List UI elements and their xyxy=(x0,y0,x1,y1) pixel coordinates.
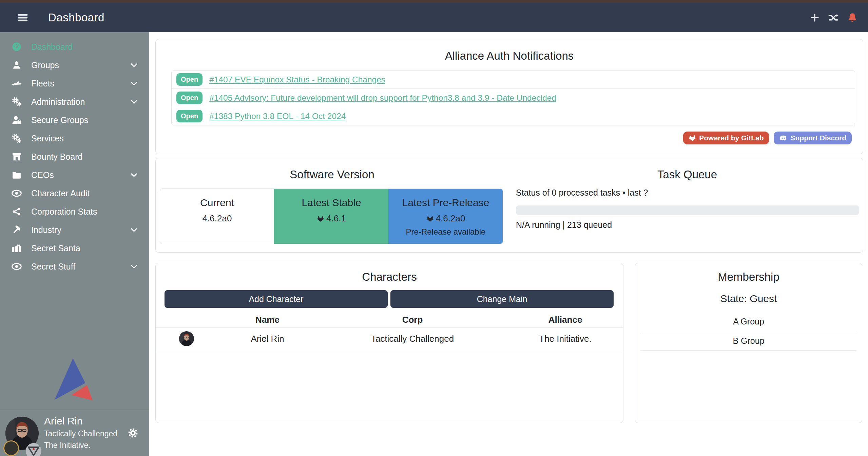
sidebar-item-industry[interactable]: Industry xyxy=(0,221,149,239)
notification-row: Open #1405 Advisory: Future development … xyxy=(171,88,855,107)
gitlab-fox-icon xyxy=(689,134,696,142)
sidebar-item-services[interactable]: Services xyxy=(0,129,149,147)
sidebar-item-label: Character Audit xyxy=(31,189,90,198)
task-queue-progress-bar xyxy=(516,205,859,215)
sidebar-item-character-audit[interactable]: Character Audit xyxy=(0,184,149,202)
version-value: 4.6.2a0 xyxy=(436,213,465,224)
chevron-down-icon xyxy=(130,61,138,70)
user-corp: Tactically Challenged xyxy=(44,429,117,438)
notification-row: Open #1383 Python 3.8 EOL - 14 Oct 2024 xyxy=(171,107,855,125)
sidebar-item-label: Administration xyxy=(31,97,85,107)
menu-toggle-icon[interactable] xyxy=(17,12,28,23)
add-icon[interactable] xyxy=(810,13,820,23)
hammer-icon xyxy=(10,225,23,235)
user-name: Ariel Rin xyxy=(44,415,117,427)
sidebar-item-dashboard[interactable]: Dashboard xyxy=(0,38,149,56)
software-version-task-queue-panel: Software Version Current 4.6.2a0 Latest … xyxy=(155,158,863,253)
chevron-down-icon xyxy=(130,79,138,88)
jet-icon xyxy=(10,78,23,89)
sidebar-item-secure-groups[interactable]: Secure Groups xyxy=(0,111,149,129)
header-name: Name xyxy=(217,315,317,325)
header-corp: Corp xyxy=(317,315,507,325)
version-cell-latest-stable: Latest Stable 4.6.1 xyxy=(274,189,388,244)
sidebar-nav: Dashboard Groups Fleets Administration S… xyxy=(0,32,149,276)
folder-icon xyxy=(10,170,23,180)
gitlab-fox-icon xyxy=(317,215,324,222)
notification-link[interactable]: #1407 EVE Equinox Status - Breaking Chan… xyxy=(209,75,385,84)
alliance-auth-logo xyxy=(0,358,149,402)
chevron-down-icon xyxy=(130,225,138,234)
chevron-down-icon xyxy=(130,97,138,106)
notifications-title: Alliance Auth Notifications xyxy=(156,49,863,62)
status-badge: Open xyxy=(176,92,202,104)
footer-badges: Powered by GitLab Support Discord xyxy=(683,132,852,144)
share-icon xyxy=(10,207,23,216)
sidebar-item-secret-santa[interactable]: Secret Santa xyxy=(0,239,149,257)
gauge-icon xyxy=(10,42,23,52)
change-main-button[interactable]: Change Main xyxy=(390,290,614,308)
user-alliance: The Initiative. xyxy=(44,441,117,450)
sidebar-item-label: Services xyxy=(31,134,64,143)
sidebar-item-label: Secret Stuff xyxy=(31,262,75,272)
header-alliance: Alliance xyxy=(507,315,623,325)
sidebar-item-secret-stuff[interactable]: Secret Stuff xyxy=(0,257,149,276)
user-icon xyxy=(10,60,23,70)
notifications-bell-icon[interactable] xyxy=(847,12,858,23)
version-cell-label: Latest Pre-Release xyxy=(389,197,503,209)
gitlab-badge[interactable]: Powered by GitLab xyxy=(683,132,769,144)
status-badge: Open xyxy=(176,110,202,122)
software-version-title: Software Version xyxy=(156,168,508,181)
sidebar-item-label: Corporation Stats xyxy=(31,207,97,217)
cell-character-alliance: The Initiative. xyxy=(507,334,623,344)
user-panel[interactable]: Ariel Rin Tactically Challenged The Init… xyxy=(0,410,149,456)
user-settings-gear-icon[interactable] xyxy=(128,428,138,438)
sidebar-item-label: Fleets xyxy=(31,79,54,88)
discord-badge[interactable]: Support Discord xyxy=(774,132,852,144)
gitlab-badge-label: Powered by GitLab xyxy=(699,134,764,142)
sidebar-item-label: Bounty Board xyxy=(31,152,83,162)
cogs-icon xyxy=(10,97,23,107)
membership-state: State: Guest xyxy=(635,293,862,304)
store-icon xyxy=(10,152,23,162)
membership-title: Membership xyxy=(635,271,862,283)
sidebar-item-groups[interactable]: Groups xyxy=(0,56,149,74)
chevron-down-icon xyxy=(130,171,138,179)
characters-panel: Characters Add Character Change Main Nam… xyxy=(155,263,623,423)
sidebar-item-label: Groups xyxy=(31,60,59,70)
sidebar-item-label: Industry xyxy=(31,225,61,235)
version-cell-label: Current xyxy=(160,197,274,209)
status-badge: Open xyxy=(176,73,202,86)
sidebar-item-fleets[interactable]: Fleets xyxy=(0,74,149,93)
sidebar-item-bounty-board[interactable]: Bounty Board xyxy=(0,147,149,166)
list-item: B Group xyxy=(641,331,856,351)
add-character-button[interactable]: Add Character xyxy=(165,290,388,308)
version-value: 4.6.2a0 xyxy=(202,213,232,224)
eye-icon xyxy=(10,261,23,272)
cell-character-name: Ariel Rin xyxy=(217,334,317,344)
sidebar-item-corporation-stats[interactable]: Corporation Stats xyxy=(0,202,149,221)
user-avatar xyxy=(5,417,40,456)
version-table: Current 4.6.2a0 Latest Stable 4.6.1 Late… xyxy=(160,189,503,244)
sidebar-item-ceos[interactable]: CEOs xyxy=(0,166,149,184)
notification-row: Open #1407 EVE Equinox Status - Breaking… xyxy=(171,70,855,89)
version-cell-latest-prerelease: Latest Pre-Release 4.6.2a0 Pre-Release a… xyxy=(388,189,503,244)
character-row-portrait xyxy=(179,331,194,346)
characters-table: Name Corp Alliance Ariel Rin Tactically … xyxy=(156,312,623,350)
page-title: Dashboard xyxy=(48,11,104,24)
sidebar-item-label: CEOs xyxy=(31,170,54,180)
notification-link[interactable]: #1405 Advisory: Future development will … xyxy=(209,93,556,103)
gifts-icon xyxy=(10,243,23,253)
membership-panel: Membership State: Guest A Group B Group xyxy=(635,263,862,423)
shuffle-icon[interactable] xyxy=(828,12,839,23)
sidebar-item-administration[interactable]: Administration xyxy=(0,93,149,111)
table-row: Ariel Rin Tactically Challenged The Init… xyxy=(156,328,623,350)
notification-link[interactable]: #1383 Python 3.8 EOL - 14 Oct 2024 xyxy=(209,112,346,121)
sidebar-item-label: Dashboard xyxy=(31,42,73,52)
alliance-logo xyxy=(26,443,41,456)
membership-groups: A Group B Group xyxy=(641,312,856,351)
cogs-icon xyxy=(10,133,23,143)
top-navbar: Dashboard xyxy=(0,3,868,32)
characters-actions: Add Character Change Main xyxy=(165,290,614,308)
task-queue-section: Task Queue Status of 0 processed tasks •… xyxy=(511,158,864,181)
task-queue-title: Task Queue xyxy=(511,168,864,181)
